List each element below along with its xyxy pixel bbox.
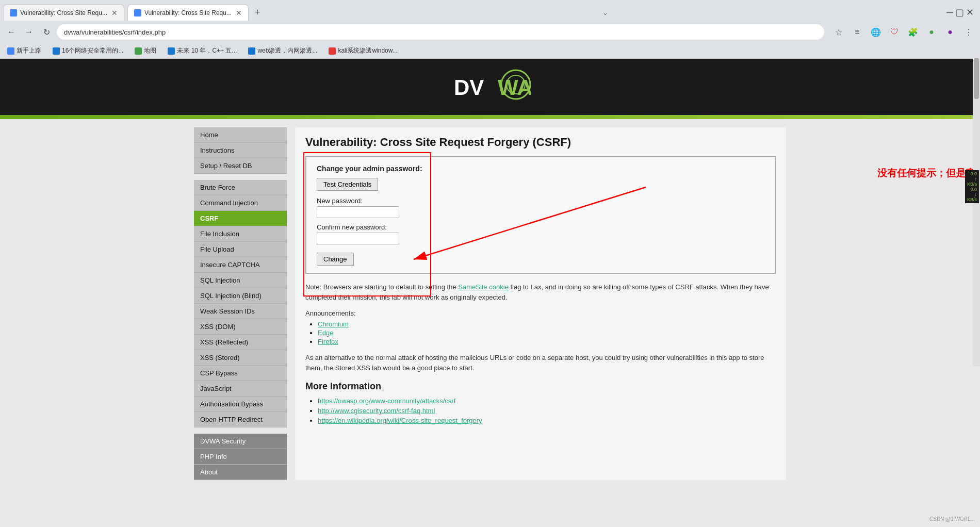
bookmark-label-xinshoushanlu: 新手上路 <box>17 46 41 55</box>
bookmarks-bar: 新手上路 16个网络安全常用的... 地图 未来 10 年，C++ 五... w… <box>0 43 980 59</box>
bookmark-webpentest[interactable]: web渗透，内网渗透... <box>245 45 320 56</box>
sidebar-item-xss-stored[interactable]: XSS (Stored) <box>194 350 287 366</box>
bookmark-icon-security <box>53 47 60 55</box>
test-credentials-button[interactable]: Test Credentials <box>317 178 378 191</box>
bookmark-cpp[interactable]: 未来 10 年，C++ 五... <box>165 45 240 56</box>
sidebar-item-open-http-redirect[interactable]: Open HTTP Redirect <box>194 412 287 427</box>
tab-overflow-button[interactable]: ⌄ <box>596 7 614 19</box>
bookmark-security[interactable]: 16个网络安全常用的... <box>50 45 126 56</box>
sidebar-item-weak-session-ids[interactable]: Weak Session IDs <box>194 304 287 319</box>
note-prefix: Note: Browsers are starting to default t… <box>305 283 458 291</box>
bookmark-xinshoushanlu[interactable]: 新手上路 <box>4 45 44 56</box>
sidebar-item-javascript[interactable]: JavaScript <box>194 381 287 397</box>
sidebar-item-brute-force[interactable]: Brute Force <box>194 180 287 195</box>
sidebar-item-file-inclusion[interactable]: File Inclusion <box>194 226 287 242</box>
net-up: 0.0↑KB/s <box>967 171 977 187</box>
bookmark-label-webpentest: web渗透，内网渗透... <box>257 46 317 55</box>
sidebar-item-command-injection[interactable]: Command Injection <box>194 195 287 211</box>
tab-favicon-1 <box>10 9 17 17</box>
back-button[interactable]: ← <box>4 25 19 39</box>
page-title: Vulnerability: Cross Site Request Forger… <box>305 136 776 149</box>
sidebar-item-xss-dom[interactable]: XSS (DOM) <box>194 319 287 335</box>
sidebar-item-dvwa-security[interactable]: DVWA Security <box>194 434 287 449</box>
scrollbar-thumb[interactable] <box>974 58 979 99</box>
tab-close-1[interactable]: ✕ <box>111 9 118 17</box>
reload-button[interactable]: ↻ <box>39 25 54 39</box>
sidebar-item-setup[interactable]: Setup / Reset DB <box>194 158 287 174</box>
cgisecurity-link[interactable]: http://www.cgisecurity.com/csrf-faq.html <box>318 407 435 415</box>
sidebar-item-xss-reflected[interactable]: XSS (Reflected) <box>194 335 287 350</box>
sidebar-item-about[interactable]: About <box>194 465 287 480</box>
menu-icon[interactable]: ⋮ <box>961 25 976 39</box>
reader-icon[interactable]: ≡ <box>850 25 864 39</box>
content-inner: Vulnerability: Cross Site Request Forger… <box>295 127 786 435</box>
toolbar-icons: ☆ ≡ 🌐 🛡 🧩 ● ● ⋮ <box>831 25 976 39</box>
sidebar-item-sql-injection-blind[interactable]: SQL Injection (Blind) <box>194 288 287 304</box>
more-info-title: More Information <box>305 381 776 392</box>
confirm-password-input[interactable] <box>317 233 399 244</box>
close-window-button[interactable]: ✕ <box>966 7 974 18</box>
sidebar-gap-2 <box>194 427 287 434</box>
bookmark-icon[interactable]: ☆ <box>831 25 846 39</box>
new-tab-button[interactable]: + <box>251 5 265 20</box>
edge-link[interactable]: Edge <box>318 329 333 337</box>
sidebar-item-instructions[interactable]: Instructions <box>194 143 287 158</box>
change-button[interactable]: Change <box>317 253 354 266</box>
tab-2[interactable]: Vulnerability: Cross Site Requ... ✕ <box>127 4 249 21</box>
new-password-field: New password: <box>317 197 764 218</box>
announcement-firefox: Firefox <box>318 338 776 345</box>
bookmark-icon-xinshoushanlu <box>7 47 14 55</box>
profile-icon-green[interactable]: ● <box>924 25 939 39</box>
tab-favicon-2 <box>134 9 141 17</box>
page-container: DV WA Home Instructions Setup / Reset DB… <box>0 59 980 488</box>
bookmark-label-kali: kali系统渗透window... <box>338 46 397 55</box>
new-password-input[interactable] <box>317 206 399 218</box>
forward-button[interactable]: → <box>22 25 36 39</box>
profile-icon-purple[interactable]: ● <box>943 25 957 39</box>
bookmark-icon-cpp <box>168 47 175 55</box>
more-info-item-2: http://www.cgisecurity.com/csrf-faq.html <box>318 407 776 415</box>
bookmark-icon-webpentest <box>248 47 255 55</box>
dvwa-logo-svg: DV WA <box>449 68 531 104</box>
note-text: Note: Browsers are starting to default t… <box>305 282 776 302</box>
maximize-button[interactable]: ▢ <box>955 7 964 18</box>
address-input[interactable] <box>57 24 824 40</box>
alt-text: As an alternative to the normal attack o… <box>305 353 776 373</box>
minimize-button[interactable]: ─ <box>946 7 953 18</box>
tab-1[interactable]: Vulnerability: Cross Site Requ... ✕ <box>3 4 124 21</box>
bookmark-label-map: 地图 <box>144 46 156 55</box>
sidebar-item-csrf[interactable]: CSRF <box>194 211 287 226</box>
chromium-link[interactable]: Chromium <box>318 320 349 328</box>
more-info-list: https://owasp.org/www-community/attacks/… <box>305 397 776 424</box>
announcements-label: Announcements: <box>305 309 776 317</box>
csrf-section: Change your admin password: Test Credent… <box>305 156 776 274</box>
sidebar-item-csp-bypass[interactable]: CSP Bypass <box>194 366 287 381</box>
tab-close-2[interactable]: ✕ <box>236 9 242 17</box>
scrollbar[interactable] <box>973 57 980 366</box>
bookmark-label-cpp: 未来 10 年，C++ 五... <box>177 46 237 55</box>
translate-icon[interactable]: 🌐 <box>869 25 883 39</box>
bookmark-kali[interactable]: kali系统渗透window... <box>325 45 400 56</box>
wikipedia-csrf-link[interactable]: https://en.wikipedia.org/wiki/Cross-site… <box>318 417 482 424</box>
bookmark-map[interactable]: 地图 <box>132 45 159 56</box>
address-bar-row: ← → ↻ ☆ ≡ 🌐 🛡 🧩 ● ● ⋮ <box>0 21 980 43</box>
tab-bar: Vulnerability: Cross Site Requ... ✕ Vuln… <box>0 0 980 21</box>
sidebar: Home Instructions Setup / Reset DB Brute… <box>194 127 287 480</box>
samesite-link[interactable]: SameSite cookie <box>458 283 509 291</box>
owasp-csrf-link[interactable]: https://owasp.org/www-community/attacks/… <box>318 397 455 405</box>
sidebar-item-insecure-captcha[interactable]: Insecure CAPTCHA <box>194 257 287 273</box>
network-widget: 0.0↑KB/s 0.0↓KB/s <box>965 170 979 203</box>
sidebar-item-file-upload[interactable]: File Upload <box>194 242 287 257</box>
confirm-password-field: Confirm new password: <box>317 223 764 244</box>
extensions-icon[interactable]: 🧩 <box>906 25 920 39</box>
sidebar-item-sql-injection[interactable]: SQL Injection <box>194 273 287 288</box>
sidebar-item-home[interactable]: Home <box>194 127 287 143</box>
firefox-link[interactable]: Firefox <box>318 338 338 345</box>
bookmark-icon-kali <box>329 47 336 55</box>
sidebar-item-authorisation-bypass[interactable]: Authorisation Bypass <box>194 397 287 412</box>
announcement-chromium: Chromium <box>318 320 776 328</box>
shield-icon[interactable]: 🛡 <box>887 25 902 39</box>
sidebar-item-php-info[interactable]: PHP Info <box>194 449 287 465</box>
green-bar <box>0 115 980 119</box>
sidebar-gap-1 <box>194 174 287 180</box>
